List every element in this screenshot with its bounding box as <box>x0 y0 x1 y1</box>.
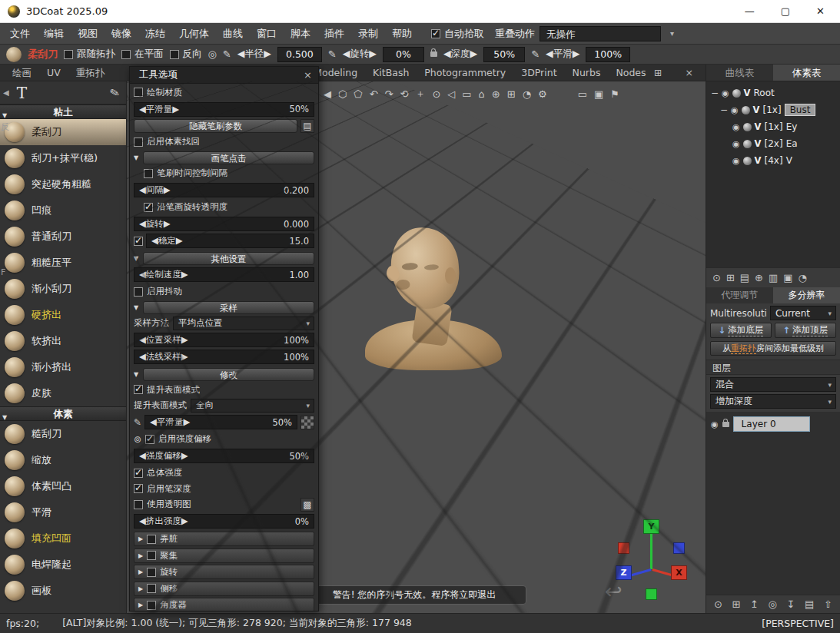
pan-icon[interactable]: ＋ <box>415 87 425 101</box>
tool-item[interactable]: 皮肤 <box>0 380 126 406</box>
hide-brush-params-button[interactable]: 隐藏笔刷参数 <box>134 119 297 133</box>
ghost-sphere-icon[interactable] <box>732 89 741 98</box>
collapse-arrow-icon[interactable]: ▼ <box>2 411 7 425</box>
add-top-level-button[interactable]: ↑ 添加顶层 <box>775 323 836 338</box>
redo-view-icon[interactable]: ↷ <box>385 88 393 100</box>
layer-name[interactable]: V <box>786 155 792 166</box>
checkbox[interactable] <box>134 287 143 297</box>
voxel-mode-indicator[interactable]: V <box>753 104 760 115</box>
add-volume-icon[interactable]: ⊞ <box>726 272 735 283</box>
text-tool-row[interactable]: ◀ T ✎ <box>0 81 126 104</box>
dropdown-arrow-icon[interactable]: ▾ <box>825 310 834 317</box>
visibility-eye-icon[interactable]: ◉ <box>732 156 740 166</box>
checkbox[interactable] <box>147 568 156 577</box>
menu-scripts[interactable]: 脚本 <box>284 23 317 44</box>
visibility-eye-icon[interactable]: ◉ <box>732 139 740 149</box>
depth-lock-icon[interactable] <box>430 51 437 57</box>
close-button[interactable]: ✕ <box>816 5 825 17</box>
undo-view-icon[interactable]: ↶ <box>370 88 378 100</box>
tool-item-fill-concave[interactable]: 填充凹面 <box>0 525 126 552</box>
menu-symmetry[interactable]: 镜像 <box>105 23 138 44</box>
extrude-strength-slider[interactable]: ◀挤出强度▶ 0% <box>134 514 314 529</box>
layer-name[interactable]: Root <box>754 88 775 98</box>
brush-icon[interactable]: ✎ <box>108 85 121 101</box>
camera-icon[interactable]: ◎ <box>769 598 777 610</box>
section-other-settings[interactable]: ▼ 其他设置 <box>134 252 314 265</box>
collapsed-smudge[interactable]: ▶ 弄脏 <box>134 532 314 546</box>
maximize-button[interactable]: ▢ <box>781 5 790 17</box>
menu-file[interactable]: 文件 <box>3 23 37 44</box>
collapse-arrow-icon[interactable]: ▼ <box>134 255 143 262</box>
menu-plugins[interactable]: 插件 <box>317 23 351 44</box>
rotation-slider[interactable]: ◀旋转▶ 0.000 <box>134 217 314 231</box>
add-sphere-icon[interactable]: ⊕ <box>492 88 500 100</box>
move-up-icon[interactable]: ⇧ <box>824 598 832 610</box>
draw-speed-slider[interactable]: ◀绘制速度▶ 1.00 <box>134 267 314 282</box>
strength-offset-enable-toggle[interactable]: ⊚ 启用强度偏移 <box>134 432 314 446</box>
expand-arrow-icon[interactable]: ▶ <box>138 585 143 592</box>
tab-nurbs[interactable]: Nurbs <box>565 65 609 81</box>
voxtree-row-root[interactable]: − ◉ V Root <box>706 85 840 101</box>
text-tool-icon[interactable]: T <box>17 84 27 102</box>
collapse-arrow-icon[interactable]: ▼ <box>134 304 143 311</box>
sidebar-collapse-icon[interactable]: ◀ <box>3 88 9 97</box>
collapse-arrow-icon[interactable]: ▼ <box>134 154 143 161</box>
menu-curves[interactable]: 曲线 <box>216 23 250 44</box>
voxel-recover-toggle[interactable]: 启用体素找回 <box>134 134 314 149</box>
history-icon[interactable]: ◔ <box>798 272 807 283</box>
stabilize-slider[interactable]: ◀稳定▶ 15.0 <box>146 234 314 248</box>
tool-item[interactable]: 缩放 <box>0 447 126 473</box>
view-back-arrow-icon[interactable]: ↩ <box>605 579 623 603</box>
tool-item[interactable]: 平滑 <box>0 499 126 525</box>
smooth-value[interactable]: 100% <box>586 47 630 62</box>
bake-icon[interactable]: ▣ <box>783 272 792 283</box>
auto-pick-toggle[interactable]: 自动拾取 <box>431 27 484 41</box>
tool-item[interactable]: 凹痕 <box>0 197 126 224</box>
layer-name[interactable]: Ea <box>786 138 798 149</box>
brush-time-interval-toggle[interactable]: 笔刷时间控制间隔 <box>144 166 314 181</box>
lift-surface-toggle[interactable]: 提升表面模式 <box>134 383 314 397</box>
tool-item[interactable]: 糙刮刀 <box>0 421 126 447</box>
render-icon[interactable]: ▣ <box>594 88 603 100</box>
visibility-eye-icon[interactable]: ◉ <box>722 88 729 98</box>
layer-lock-icon[interactable] <box>722 422 729 427</box>
layer-row[interactable]: ◉ Layer 0 <box>706 412 840 436</box>
frame-icon[interactable]: ▭ <box>578 88 587 100</box>
collapsed-rotate[interactable]: ▶ 旋转 <box>134 565 314 579</box>
rotation-slider-label[interactable]: ◀旋转▶ <box>343 48 377 61</box>
tool-item[interactable]: 电焊隆起 <box>0 552 126 578</box>
copy-icon[interactable]: ▥ <box>769 272 778 283</box>
depth-slider-label[interactable]: ◀深度▶ <box>443 48 477 61</box>
position-sampling-slider[interactable]: ◀位置采样▶ 100% <box>134 333 314 347</box>
timer-icon[interactable]: ◔ <box>523 88 531 100</box>
voxel-mode-indicator[interactable]: V <box>755 121 762 132</box>
tool-item[interactable]: 软挤出 <box>0 328 126 354</box>
smooth-pen-icon[interactable]: ✎ <box>531 48 540 60</box>
tab-nodes[interactable]: Nodes <box>608 65 653 81</box>
expand-arrow-icon[interactable]: ▶ <box>138 535 143 542</box>
retopo-room-link[interactable]: 重拓扑 <box>731 343 756 354</box>
rotation-value[interactable]: 0% <box>383 47 424 62</box>
use-alpha-toggle[interactable]: 使用透明图 ▩ <box>134 497 314 512</box>
triangle-select-icon[interactable]: ◁ <box>447 88 455 100</box>
collapse-icon[interactable]: − <box>720 104 728 115</box>
voxtree-row-eye[interactable]: ◉ V [1x] Ey <box>706 118 840 135</box>
pentagon-icon[interactable]: ⬠ <box>354 88 362 100</box>
layer-name-field[interactable]: Layer 0 <box>733 416 810 432</box>
ghost-sphere-icon[interactable] <box>743 123 752 131</box>
interval-slider[interactable]: ◀间隔▶ 0.200 <box>134 183 314 197</box>
checker-preview-icon[interactable] <box>300 416 314 429</box>
section-header-voxel[interactable]: ▼ 体素 <box>0 406 126 421</box>
flag-icon[interactable]: ⚑ <box>610 88 619 100</box>
collapsed-side-shift[interactable]: ▶ 侧移 <box>134 582 314 596</box>
settings-icon[interactable]: ⚙ <box>538 88 547 100</box>
collapse-arrow-icon[interactable]: ▼ <box>2 109 7 123</box>
grid-toggle-icon[interactable]: ⊞ <box>507 88 516 100</box>
menu-window[interactable]: 窗口 <box>250 23 284 44</box>
home-view-icon[interactable]: ⌂ <box>479 88 485 100</box>
layer-name-selected[interactable]: Bust <box>785 104 816 116</box>
tab-voxel-tree[interactable]: 体素表 <box>773 65 840 81</box>
panel-close-icon[interactable]: × <box>304 69 312 81</box>
depth-mode-select[interactable]: 增加深度 ▾ <box>710 394 836 409</box>
collapse-arrow-icon[interactable]: ▼ <box>134 371 143 378</box>
